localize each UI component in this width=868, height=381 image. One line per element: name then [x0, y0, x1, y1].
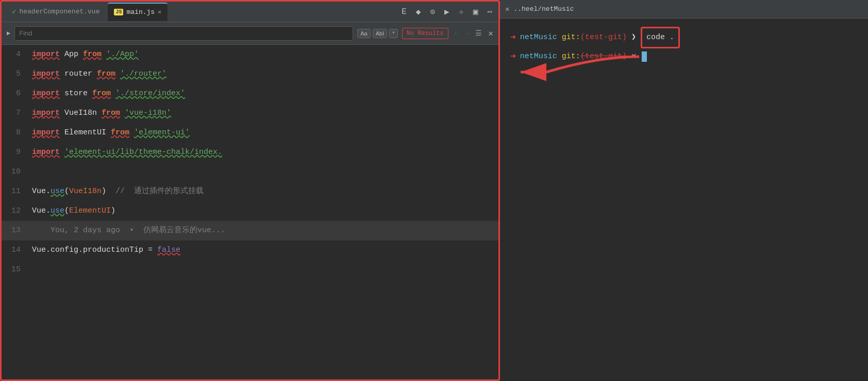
regex-btn[interactable]: *: [389, 29, 397, 38]
code-vue-11: Vue.: [32, 187, 51, 196]
tab-js[interactable]: JS main.js ✕: [108, 3, 168, 21]
tab-bar: ✓ headerComponenet.vue JS main.js ✕ E ◆ …: [2, 2, 498, 22]
keyword-from-7: from: [102, 109, 120, 117]
prev-result-icon[interactable]: ←: [453, 28, 461, 39]
use-keyword-12: use: [51, 206, 64, 215]
string-4: './App': [106, 50, 139, 59]
code-line-7: 7 import VueI18n from 'vue-i18n': [2, 103, 498, 123]
use-keyword-11: use: [51, 187, 64, 196]
line-content-4: import App from './App': [30, 45, 498, 64]
next-result-icon[interactable]: →: [463, 28, 471, 39]
line-content-14: Vue.config.productionTip = false: [30, 240, 498, 260]
code-text-9a: [60, 148, 64, 157]
toolbar: E ◆ ⊙ ▶ ⬦ ▣ ⋯: [399, 5, 494, 19]
code-text-8a: ElementUI: [60, 128, 111, 137]
search-close-btn[interactable]: ✕: [488, 28, 493, 39]
line-content-11: Vue.use(VueI18n) // 通过插件的形式挂载: [30, 182, 498, 201]
line-number-12: 12: [2, 201, 30, 221]
code-vue-12: Vue.: [32, 206, 51, 215]
expand-results-icon[interactable]: ☰: [473, 28, 484, 39]
js-icon: JS: [114, 9, 123, 15]
terminal-line-2: ➜ netMusic git: (test-git) ✕: [510, 48, 858, 65]
keyword-from-4: from: [83, 50, 102, 59]
search-input[interactable]: [19, 29, 348, 37]
code-text-11b: ): [102, 187, 115, 196]
line-content-9: import 'element-ui/lib/theme-chalk/index…: [30, 143, 498, 162]
js-tab-label: main.js: [126, 8, 155, 16]
keyword-import-6: import: [32, 89, 60, 98]
keyword-import-9: import: [32, 148, 60, 157]
code-line-11: 11 Vue.use(VueI18n) // 通过插件的形式挂载: [2, 182, 498, 201]
keyword-from-5: from: [97, 70, 115, 78]
terminal-dir-2: netMusic: [520, 48, 562, 65]
line-number-8: 8: [2, 123, 30, 143]
match-case-btn[interactable]: Aa: [357, 29, 370, 38]
run-icon[interactable]: ▶: [442, 5, 452, 19]
layout-icon[interactable]: ▣: [471, 5, 480, 19]
line-number-4: 4: [2, 45, 30, 64]
line-number-13: 13: [2, 221, 30, 240]
keyword-import-4: import: [32, 50, 60, 59]
code-line-8: 8 import ElementUI from 'element-ui': [2, 123, 498, 143]
search-no-results: No Results: [402, 28, 448, 39]
line-number-14: 14: [2, 240, 30, 260]
terminal-git-2: git:: [562, 48, 580, 65]
code-area: 4 import App from './App' 5 import route…: [2, 45, 498, 381]
terminal-git-1: git:: [562, 29, 580, 46]
git-branch-icon[interactable]: ⬦: [457, 5, 466, 19]
code-line-9: 9 import 'element-ui/lib/theme-chalk/ind…: [2, 143, 498, 162]
search-toggle-icon[interactable]: ▶: [7, 29, 10, 37]
line-content-7: import VueI18n from 'vue-i18n': [30, 103, 498, 123]
search-options: Aa AbI *: [357, 29, 397, 38]
blame-content-13: You, 2 days ago • 仿网易云音乐的vue...: [30, 221, 498, 240]
code-text-12b: ): [111, 206, 115, 215]
keyword-from-8: from: [111, 128, 129, 137]
code-text-4b: [102, 50, 106, 59]
line-number-10: 10: [2, 162, 30, 182]
code-line-6: 6 import store from './store/index': [2, 84, 498, 103]
arg-11: VueI18n: [69, 187, 102, 196]
code-line-14: 14 Vue.config.productionTip = false: [2, 240, 498, 260]
code-line-4: 4 import App from './App': [2, 45, 498, 64]
terminal-cmd-2: ✕: [627, 48, 641, 65]
keyword-import-5: import: [32, 70, 60, 78]
line-content-12: Vue.use(ElementUI): [30, 201, 498, 221]
search-input-wrap: [14, 26, 353, 41]
vue-icon: ✓: [12, 7, 16, 16]
tab-close-icon[interactable]: ✕: [158, 8, 161, 16]
terminal-branch-2: (test-git): [580, 48, 627, 65]
code-text-5a: router: [60, 70, 97, 78]
code-text-6b: [111, 89, 115, 98]
terminal-branch-1: (test-git): [580, 29, 627, 46]
code-text-11a: (: [64, 187, 69, 196]
code-text-14b: =: [148, 246, 157, 254]
search-navigation: ← → ☰: [453, 28, 485, 39]
match-word-btn[interactable]: AbI: [373, 29, 388, 38]
false-keyword-14: false: [157, 246, 180, 254]
terminal-tab-title: ..heel/netMusic: [513, 5, 574, 13]
string-5: './router': [120, 70, 166, 78]
line-number-7: 7: [2, 103, 30, 123]
terminal-panel: ✕ ..heel/netMusic ➜ netMusic git: (test-…: [500, 0, 868, 381]
toolbar-e-icon[interactable]: E: [399, 5, 409, 19]
terminal-content: ➜ netMusic git: (test-git) ❯ code . ➜ ne…: [500, 19, 868, 73]
code-text-7a: VueI18n: [60, 109, 102, 117]
comment-11: // 通过插件的形式挂载: [115, 187, 204, 196]
code-text-7b: [120, 109, 125, 117]
code-line-10: 10: [2, 162, 498, 182]
line-content-6: import store from './store/index': [30, 84, 498, 103]
more-icon[interactable]: ⋯: [485, 5, 494, 19]
line-number-15: 15: [2, 260, 30, 280]
line-number-11: 11: [2, 182, 30, 201]
terminal-cmd-prompt-1: ❯: [627, 29, 641, 46]
tab-vue[interactable]: ✓ headerComponenet.vue: [6, 3, 106, 21]
code-text-14a: Vue.config.productionTip: [32, 246, 148, 254]
terminal-arrow-1: ➜: [510, 29, 516, 46]
git-icon[interactable]: ◆: [414, 5, 423, 19]
code-line-5: 5 import router from './router': [2, 64, 498, 84]
terminal-tab-close-btn[interactable]: ✕: [505, 5, 509, 13]
camera-icon[interactable]: ⊙: [428, 5, 437, 19]
code-text-12a: (: [64, 206, 69, 215]
terminal-line-1: ➜ netMusic git: (test-git) ❯ code .: [510, 27, 858, 48]
string-7: 'vue-i18n': [125, 109, 171, 117]
